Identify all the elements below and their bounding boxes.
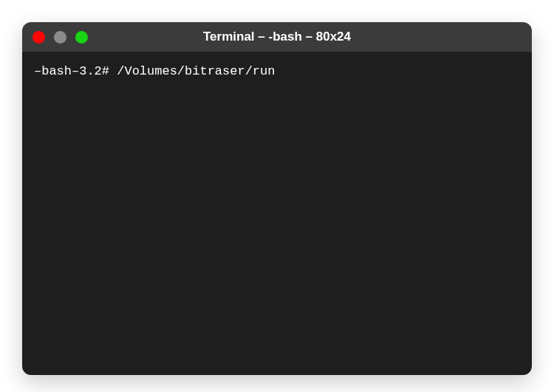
titlebar[interactable]: Terminal – -bash – 80x24 [22,22,532,52]
terminal-window: Terminal – -bash – 80x24 –bash–3.2# /Vol… [22,22,532,375]
shell-prompt: –bash–3.2# [34,64,109,78]
traffic-lights [33,31,88,44]
prompt-line: –bash–3.2# /Volumes/bitraser/run [34,62,520,81]
close-icon[interactable] [33,31,45,44]
zoom-icon[interactable] [75,31,88,44]
terminal-body[interactable]: –bash–3.2# /Volumes/bitraser/run [22,52,532,375]
command-input[interactable]: /Volumes/bitraser/run [117,64,275,78]
window-title: Terminal – -bash – 80x24 [203,30,351,44]
minimize-icon[interactable] [54,31,66,44]
